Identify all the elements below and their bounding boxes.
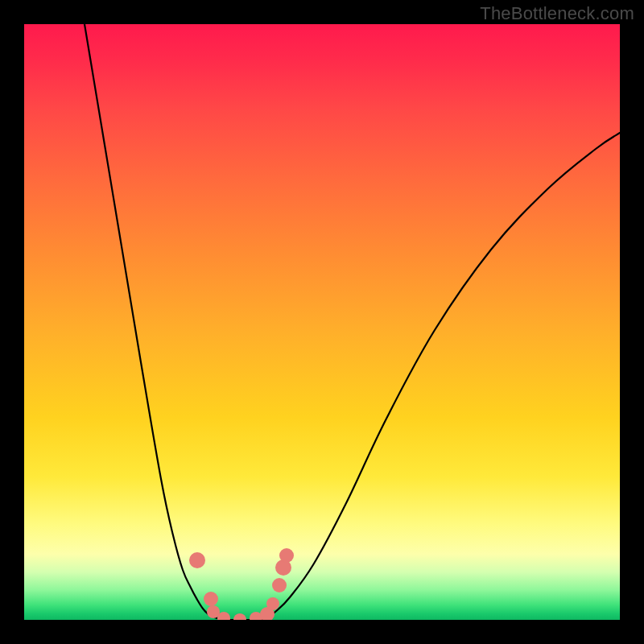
chart-area: [24, 24, 620, 620]
datapoint-dot: [233, 613, 246, 620]
datapoint-dot: [189, 552, 205, 568]
bottleneck-curve: [85, 24, 620, 620]
datapoint-dot: [272, 578, 287, 592]
datapoint-dot: [266, 597, 279, 610]
chart-svg: [24, 24, 620, 620]
watermark-text: TheBottleneck.com: [480, 3, 634, 24]
datapoint-dot: [279, 548, 294, 563]
datapoint-dot: [204, 592, 218, 606]
